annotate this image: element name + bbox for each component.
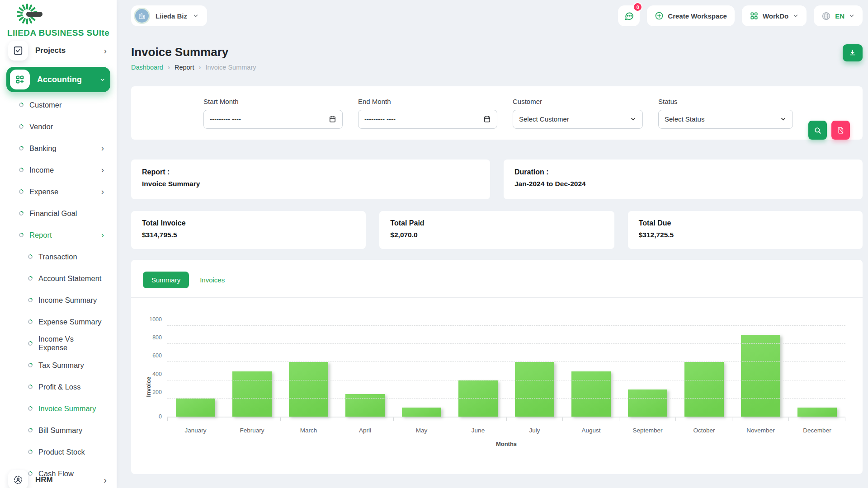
customer-label: Customer <box>513 98 643 105</box>
x-tick-label: June <box>450 427 506 434</box>
bullet-icon <box>18 145 24 151</box>
bar-august[interactable] <box>571 371 610 417</box>
bullet-icon <box>18 188 24 195</box>
workspace-selector[interactable]: Liieda Biz <box>131 5 207 26</box>
bar-slot-april <box>337 326 393 417</box>
x-tick-label: March <box>280 427 337 434</box>
x-tick-label: September <box>619 427 676 434</box>
bar-slot-august <box>563 326 619 417</box>
bar-september[interactable] <box>628 389 667 417</box>
x-tick <box>281 418 337 421</box>
sidebar-item-projects[interactable]: Projects › <box>6 40 110 61</box>
bullet-icon <box>18 102 24 108</box>
sidebar-item-label: Tax Summary <box>38 361 84 370</box>
sidebar-item-customer[interactable]: Customer <box>6 94 110 116</box>
sidebar-item-income-summary[interactable]: Income Summary <box>6 289 110 311</box>
x-tick <box>732 418 789 421</box>
workspace-name: Liieda Biz <box>156 12 187 20</box>
x-tick-label: February <box>224 427 280 434</box>
bar-january[interactable] <box>176 399 215 417</box>
language-selector[interactable]: EN <box>814 5 863 26</box>
end-month-input[interactable]: --------- ---- <box>358 110 497 129</box>
gridline <box>167 398 845 399</box>
bar-march[interactable] <box>289 362 328 417</box>
bar-slot-november <box>732 326 789 417</box>
bullet-icon <box>27 405 33 412</box>
sidebar-item-label: HRM <box>35 475 53 484</box>
sidebar-item-label: Transaction <box>38 253 77 261</box>
tab-summary[interactable]: Summary <box>143 272 189 288</box>
sidebar-item-product-stock[interactable]: Product Stock <box>6 441 110 463</box>
sidebar-item-label: Bill Summary <box>38 426 82 435</box>
reset-filter-button[interactable] <box>831 121 850 140</box>
sidebar-item-vendor[interactable]: Vendor <box>6 116 110 137</box>
sidebar-item-financial-goal[interactable]: Financial Goal <box>6 202 110 224</box>
status-select[interactable]: Select Status <box>658 110 793 129</box>
sidebar-item-bill-summary[interactable]: Bill Summary <box>6 419 110 441</box>
bullet-icon <box>27 340 33 347</box>
sidebar-item-banking[interactable]: Banking› <box>6 137 110 159</box>
total-invoice-card: Total Invoice $314,795.5 <box>131 211 366 249</box>
create-workspace-label: Create Workspace <box>668 12 727 20</box>
sidebar-item-income[interactable]: Income› <box>6 159 110 181</box>
x-tick <box>789 418 845 421</box>
start-month-label: Start Month <box>203 98 343 105</box>
duration-card: Duration : Jan-2024 to Dec-2024 <box>504 160 863 199</box>
download-button[interactable] <box>843 44 863 61</box>
x-axis-ticks <box>167 418 845 421</box>
bar-april[interactable] <box>345 394 384 417</box>
chevron-down-icon <box>793 13 799 19</box>
page-title: Invoice Summary <box>131 45 863 59</box>
bar-november[interactable] <box>741 335 780 417</box>
customer-select[interactable]: Select Customer <box>513 110 643 129</box>
messages-button[interactable]: 0 <box>618 5 640 26</box>
chevron-right-icon: › <box>101 231 104 239</box>
sidebar-item-label: Banking <box>29 144 57 153</box>
gridline <box>167 325 845 326</box>
start-month-input[interactable]: --------- ---- <box>203 110 343 129</box>
bar-july[interactable] <box>515 362 554 417</box>
sidebar-item-accounting[interactable]: Accounting › <box>6 67 110 92</box>
sidebar-item-label: Invoice Summary <box>38 404 96 413</box>
sidebar-item-expense[interactable]: Expense› <box>6 181 110 202</box>
chat-bubble-icon <box>623 10 634 21</box>
x-tick <box>224 418 281 421</box>
bar-december[interactable] <box>797 408 836 417</box>
breadcrumb-report[interactable]: Report <box>175 64 194 71</box>
workdo-menu-button[interactable]: WorkDo <box>742 5 807 26</box>
bar-slot-may <box>393 326 450 417</box>
total-invoice-value: $314,795.5 <box>142 231 355 239</box>
sidebar-item-report[interactable]: Report› <box>6 224 110 246</box>
duration-value: Jan-2024 to Dec-2024 <box>514 180 852 188</box>
apply-filter-button[interactable] <box>808 121 827 140</box>
y-tick-label: 600 <box>152 352 162 359</box>
sidebar-item-expense-summary[interactable]: Expense Summary <box>6 311 110 333</box>
create-workspace-button[interactable]: Create Workspace <box>647 5 735 26</box>
sidebar-item-account-statement[interactable]: Account Statement <box>6 267 110 289</box>
breadcrumb-dashboard-link[interactable]: Dashboard <box>131 64 163 71</box>
chevron-down-icon <box>630 116 637 122</box>
bar-may[interactable] <box>402 408 441 417</box>
report-card: Report : Invoice Summary <box>131 160 490 199</box>
x-tick-label: January <box>167 427 224 434</box>
sidebar-item-hrm[interactable]: HRM › <box>6 469 110 488</box>
chevron-right-icon: › <box>101 144 104 152</box>
total-paid-card: Total Paid $2,070.0 <box>379 211 614 249</box>
sidebar-item-tax-summary[interactable]: Tax Summary <box>6 354 110 376</box>
sidebar-item-profit-loss[interactable]: Profit & Loss <box>6 376 110 398</box>
x-axis-title: Months <box>167 441 845 447</box>
sidebar-item-transaction[interactable]: Transaction <box>6 246 110 267</box>
tab-invoices[interactable]: Invoices <box>193 272 231 288</box>
check-square-icon <box>8 41 28 61</box>
gridline <box>167 361 845 362</box>
breadcrumb: Dashboard › Report › Invoice Summary <box>131 63 863 71</box>
bar-october[interactable] <box>684 362 723 417</box>
y-tick-label: 800 <box>152 334 162 341</box>
sidebar-item-invoice-summary[interactable]: Invoice Summary <box>6 398 110 419</box>
bar-slot-february <box>224 326 280 417</box>
language-code: EN <box>835 12 844 20</box>
bar-february[interactable] <box>232 371 271 417</box>
end-month-label: End Month <box>358 98 497 105</box>
sidebar-item-income-vs-expense[interactable]: Income Vs Expense <box>6 333 110 354</box>
file-off-icon <box>837 127 844 134</box>
